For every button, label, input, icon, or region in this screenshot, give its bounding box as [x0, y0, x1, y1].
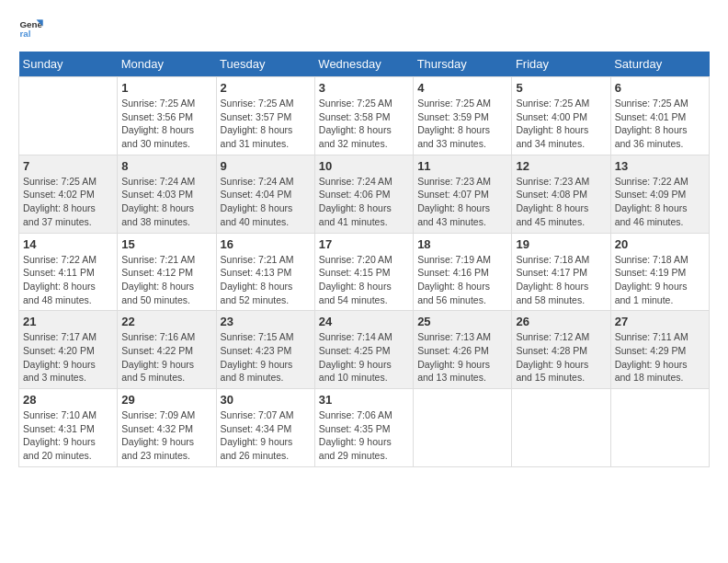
header-row: SundayMondayTuesdayWednesdayThursdayFrid…	[19, 52, 710, 77]
week-row-4: 21Sunrise: 7:17 AM Sunset: 4:20 PM Dayli…	[19, 311, 710, 389]
day-cell: 1Sunrise: 7:25 AM Sunset: 3:56 PM Daylig…	[118, 77, 216, 155]
week-row-3: 14Sunrise: 7:22 AM Sunset: 4:11 PM Dayli…	[19, 233, 710, 311]
day-cell: 26Sunrise: 7:12 AM Sunset: 4:28 PM Dayli…	[512, 311, 610, 389]
day-cell: 31Sunrise: 7:06 AM Sunset: 4:35 PM Dayli…	[314, 389, 413, 467]
day-number: 19	[516, 237, 606, 251]
day-info: Sunrise: 7:22 AM Sunset: 4:11 PM Dayligh…	[23, 253, 113, 307]
day-cell: 27Sunrise: 7:11 AM Sunset: 4:29 PM Dayli…	[610, 311, 709, 389]
day-number: 10	[319, 159, 409, 173]
day-info: Sunrise: 7:16 AM Sunset: 4:22 PM Dayligh…	[121, 330, 211, 385]
day-cell: 9Sunrise: 7:24 AM Sunset: 4:04 PM Daylig…	[216, 155, 314, 233]
day-cell: 2Sunrise: 7:25 AM Sunset: 3:57 PM Daylig…	[216, 77, 314, 155]
week-row-1: 1Sunrise: 7:25 AM Sunset: 3:56 PM Daylig…	[19, 77, 710, 155]
day-info: Sunrise: 7:06 AM Sunset: 4:35 PM Dayligh…	[319, 408, 409, 463]
day-info: Sunrise: 7:10 AM Sunset: 4:31 PM Dayligh…	[23, 408, 113, 463]
day-cell: 13Sunrise: 7:22 AM Sunset: 4:09 PM Dayli…	[610, 155, 709, 233]
day-number: 8	[121, 159, 211, 173]
svg-text:ral: ral	[19, 29, 30, 39]
day-info: Sunrise: 7:14 AM Sunset: 4:25 PM Dayligh…	[319, 330, 409, 385]
day-number: 7	[23, 159, 113, 173]
header-cell-monday: Monday	[118, 52, 216, 77]
day-info: Sunrise: 7:12 AM Sunset: 4:28 PM Dayligh…	[516, 330, 606, 385]
day-number: 11	[417, 159, 507, 173]
logo: Gene ral	[18, 15, 48, 40]
day-cell: 24Sunrise: 7:14 AM Sunset: 4:25 PM Dayli…	[314, 311, 413, 389]
day-number: 1	[121, 81, 211, 95]
day-cell: 14Sunrise: 7:22 AM Sunset: 4:11 PM Dayli…	[19, 233, 118, 311]
day-info: Sunrise: 7:24 AM Sunset: 4:04 PM Dayligh…	[221, 175, 311, 229]
day-info: Sunrise: 7:21 AM Sunset: 4:13 PM Dayligh…	[221, 253, 311, 307]
day-number: 14	[23, 237, 113, 251]
header-cell-wednesday: Wednesday	[314, 52, 413, 77]
day-info: Sunrise: 7:23 AM Sunset: 4:08 PM Dayligh…	[516, 175, 606, 229]
day-number: 26	[516, 315, 606, 328]
day-number: 17	[319, 237, 409, 251]
week-row-5: 28Sunrise: 7:10 AM Sunset: 4:31 PM Dayli…	[19, 389, 710, 467]
day-cell: 11Sunrise: 7:23 AM Sunset: 4:07 PM Dayli…	[414, 155, 512, 233]
header-cell-friday: Friday	[512, 52, 610, 77]
day-number: 6	[615, 81, 705, 95]
day-info: Sunrise: 7:15 AM Sunset: 4:23 PM Dayligh…	[221, 330, 311, 385]
day-info: Sunrise: 7:07 AM Sunset: 4:34 PM Dayligh…	[221, 408, 311, 463]
day-info: Sunrise: 7:13 AM Sunset: 4:26 PM Dayligh…	[417, 330, 507, 385]
day-info: Sunrise: 7:11 AM Sunset: 4:29 PM Dayligh…	[615, 330, 705, 385]
logo-icon: Gene ral	[18, 15, 44, 40]
day-cell: 16Sunrise: 7:21 AM Sunset: 4:13 PM Dayli…	[216, 233, 314, 311]
day-number: 31	[319, 393, 409, 407]
day-cell	[610, 389, 709, 467]
day-number: 25	[417, 315, 507, 328]
day-cell: 19Sunrise: 7:18 AM Sunset: 4:17 PM Dayli…	[512, 233, 610, 311]
calendar-table: SundayMondayTuesdayWednesdayThursdayFrid…	[18, 52, 710, 467]
day-number: 20	[615, 237, 705, 251]
day-info: Sunrise: 7:25 AM Sunset: 3:57 PM Dayligh…	[221, 97, 311, 151]
day-info: Sunrise: 7:09 AM Sunset: 4:32 PM Dayligh…	[121, 408, 211, 463]
day-info: Sunrise: 7:24 AM Sunset: 4:06 PM Dayligh…	[319, 175, 409, 229]
day-info: Sunrise: 7:23 AM Sunset: 4:07 PM Dayligh…	[417, 175, 507, 229]
day-cell: 17Sunrise: 7:20 AM Sunset: 4:15 PM Dayli…	[314, 233, 413, 311]
day-number: 27	[615, 315, 705, 328]
day-cell: 22Sunrise: 7:16 AM Sunset: 4:22 PM Dayli…	[118, 311, 216, 389]
day-cell: 28Sunrise: 7:10 AM Sunset: 4:31 PM Dayli…	[19, 389, 118, 467]
day-cell: 3Sunrise: 7:25 AM Sunset: 3:58 PM Daylig…	[314, 77, 413, 155]
day-number: 22	[121, 315, 211, 328]
day-number: 29	[121, 393, 211, 407]
header-cell-sunday: Sunday	[19, 52, 118, 77]
day-number: 18	[417, 237, 507, 251]
day-info: Sunrise: 7:25 AM Sunset: 3:59 PM Dayligh…	[417, 97, 507, 151]
day-cell: 10Sunrise: 7:24 AM Sunset: 4:06 PM Dayli…	[314, 155, 413, 233]
day-info: Sunrise: 7:22 AM Sunset: 4:09 PM Dayligh…	[615, 175, 705, 229]
day-number: 2	[221, 81, 311, 95]
day-cell: 12Sunrise: 7:23 AM Sunset: 4:08 PM Dayli…	[512, 155, 610, 233]
day-number: 28	[23, 393, 113, 407]
header: Gene ral	[18, 15, 710, 40]
day-number: 5	[516, 81, 606, 95]
day-info: Sunrise: 7:25 AM Sunset: 3:58 PM Dayligh…	[319, 97, 409, 151]
day-cell: 23Sunrise: 7:15 AM Sunset: 4:23 PM Dayli…	[216, 311, 314, 389]
day-cell: 30Sunrise: 7:07 AM Sunset: 4:34 PM Dayli…	[216, 389, 314, 467]
day-cell: 5Sunrise: 7:25 AM Sunset: 4:00 PM Daylig…	[512, 77, 610, 155]
day-cell: 6Sunrise: 7:25 AM Sunset: 4:01 PM Daylig…	[610, 77, 709, 155]
day-number: 23	[221, 315, 311, 328]
day-info: Sunrise: 7:21 AM Sunset: 4:12 PM Dayligh…	[121, 253, 211, 307]
header-cell-thursday: Thursday	[414, 52, 512, 77]
day-info: Sunrise: 7:19 AM Sunset: 4:16 PM Dayligh…	[417, 253, 507, 307]
day-number: 9	[221, 159, 311, 173]
header-cell-saturday: Saturday	[610, 52, 709, 77]
day-info: Sunrise: 7:25 AM Sunset: 4:02 PM Dayligh…	[23, 175, 113, 229]
day-info: Sunrise: 7:25 AM Sunset: 4:01 PM Dayligh…	[615, 97, 705, 151]
day-number: 30	[221, 393, 311, 407]
day-number: 16	[221, 237, 311, 251]
day-info: Sunrise: 7:18 AM Sunset: 4:19 PM Dayligh…	[615, 253, 705, 307]
week-row-2: 7Sunrise: 7:25 AM Sunset: 4:02 PM Daylig…	[19, 155, 710, 233]
day-cell: 29Sunrise: 7:09 AM Sunset: 4:32 PM Dayli…	[118, 389, 216, 467]
day-cell: 21Sunrise: 7:17 AM Sunset: 4:20 PM Dayli…	[19, 311, 118, 389]
day-cell: 18Sunrise: 7:19 AM Sunset: 4:16 PM Dayli…	[414, 233, 512, 311]
day-number: 13	[615, 159, 705, 173]
day-info: Sunrise: 7:25 AM Sunset: 3:56 PM Dayligh…	[121, 97, 211, 151]
day-cell: 15Sunrise: 7:21 AM Sunset: 4:12 PM Dayli…	[118, 233, 216, 311]
day-cell	[19, 77, 118, 155]
day-number: 12	[516, 159, 606, 173]
day-info: Sunrise: 7:25 AM Sunset: 4:00 PM Dayligh…	[516, 97, 606, 151]
day-number: 4	[417, 81, 507, 95]
day-number: 21	[23, 315, 113, 328]
